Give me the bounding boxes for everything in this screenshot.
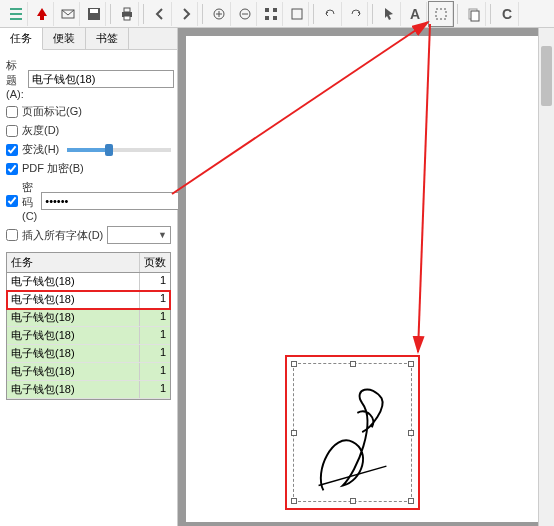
- embed-fonts-checkbox[interactable]: [6, 229, 18, 241]
- signature-selection[interactable]: [285, 355, 420, 510]
- title-label: 标题(A):: [6, 58, 24, 100]
- refresh-icon[interactable]: C: [495, 2, 519, 26]
- svg-rect-9: [273, 8, 277, 12]
- resize-handle[interactable]: [408, 430, 414, 436]
- table-row[interactable]: 电子钱包(18)1: [7, 381, 170, 399]
- tab-binding[interactable]: 便装: [43, 28, 86, 49]
- embed-fonts-label: 插入所有字体(D): [22, 228, 103, 243]
- sidebar-tabs: 任务 便装 书签: [0, 28, 177, 50]
- resize-handle[interactable]: [291, 361, 297, 367]
- table-row[interactable]: 电子钱包(18)1: [7, 363, 170, 381]
- password-label: 密码(C): [22, 180, 37, 222]
- table-row[interactable]: 电子钱包(18)1: [7, 291, 170, 309]
- pdf-icon[interactable]: [30, 2, 54, 26]
- sidebar: 任务 便装 书签 标题(A): 页面标记(G) 灰度(D) 变浅(H): [0, 28, 178, 526]
- chevron-down-icon: ▼: [158, 230, 167, 240]
- svg-rect-11: [273, 16, 277, 20]
- redo-icon[interactable]: [344, 2, 368, 26]
- table-row[interactable]: 电子钱包(18)1: [7, 309, 170, 327]
- back-icon[interactable]: [148, 2, 172, 26]
- pagemarks-label: 页面标记(G): [22, 104, 82, 119]
- svg-rect-4: [124, 8, 130, 12]
- lighten-slider[interactable]: [67, 148, 171, 152]
- copy-icon[interactable]: [462, 2, 486, 26]
- pagemarks-checkbox[interactable]: [6, 106, 18, 118]
- forward-icon[interactable]: [174, 2, 198, 26]
- svg-text:C: C: [501, 6, 511, 22]
- resize-handle[interactable]: [408, 498, 414, 504]
- svg-rect-2: [90, 9, 98, 13]
- resize-handle[interactable]: [350, 361, 356, 367]
- svg-rect-8: [265, 8, 269, 12]
- lighten-checkbox[interactable]: [6, 144, 18, 156]
- svg-rect-14: [436, 9, 446, 19]
- col-task: 任务: [7, 253, 140, 272]
- encrypt-label: PDF 加密(B): [22, 161, 84, 176]
- svg-rect-5: [124, 16, 130, 20]
- save-icon[interactable]: [82, 2, 106, 26]
- table-row[interactable]: 电子钱包(18)1: [7, 273, 170, 291]
- task-table: 任务 页数 电子钱包(18)1电子钱包(18)1电子钱包(18)1电子钱包(18…: [6, 252, 171, 400]
- password-checkbox[interactable]: [6, 195, 18, 207]
- task-panel: 标题(A): 页面标记(G) 灰度(D) 变浅(H) PDF 加密(B): [0, 50, 177, 404]
- fit-icon[interactable]: [285, 2, 309, 26]
- tab-task[interactable]: 任务: [0, 28, 43, 50]
- table-row[interactable]: 电子钱包(18)1: [7, 327, 170, 345]
- lighten-label: 变浅(H): [22, 142, 59, 157]
- svg-rect-10: [265, 16, 269, 20]
- svg-rect-16: [471, 11, 479, 21]
- main-toolbar: A C: [0, 0, 554, 28]
- password-input[interactable]: [41, 192, 187, 210]
- print-icon[interactable]: [115, 2, 139, 26]
- resize-handle[interactable]: [408, 361, 414, 367]
- zoom-out-icon[interactable]: [233, 2, 257, 26]
- col-pages: 页数: [140, 253, 170, 272]
- undo-icon[interactable]: [318, 2, 342, 26]
- tab-bookmark[interactable]: 书签: [86, 28, 129, 49]
- cursor-icon[interactable]: [377, 2, 401, 26]
- zoom-in-icon[interactable]: [207, 2, 231, 26]
- grid-icon[interactable]: [259, 2, 283, 26]
- encrypt-checkbox[interactable]: [6, 163, 18, 175]
- mail-icon[interactable]: [56, 2, 80, 26]
- svg-text:A: A: [409, 6, 419, 22]
- menu-icon[interactable]: [4, 2, 28, 26]
- fonts-dropdown[interactable]: ▼: [107, 226, 171, 244]
- signature-image: [304, 374, 401, 500]
- svg-rect-12: [292, 9, 302, 19]
- gray-checkbox[interactable]: [6, 125, 18, 137]
- vertical-scrollbar[interactable]: [538, 28, 554, 526]
- gray-label: 灰度(D): [22, 123, 59, 138]
- table-row[interactable]: 电子钱包(18)1: [7, 345, 170, 363]
- text-icon[interactable]: A: [403, 2, 427, 26]
- resize-handle[interactable]: [291, 430, 297, 436]
- title-input[interactable]: [28, 70, 174, 88]
- resize-handle[interactable]: [291, 498, 297, 504]
- select-rect-icon[interactable]: [429, 2, 453, 26]
